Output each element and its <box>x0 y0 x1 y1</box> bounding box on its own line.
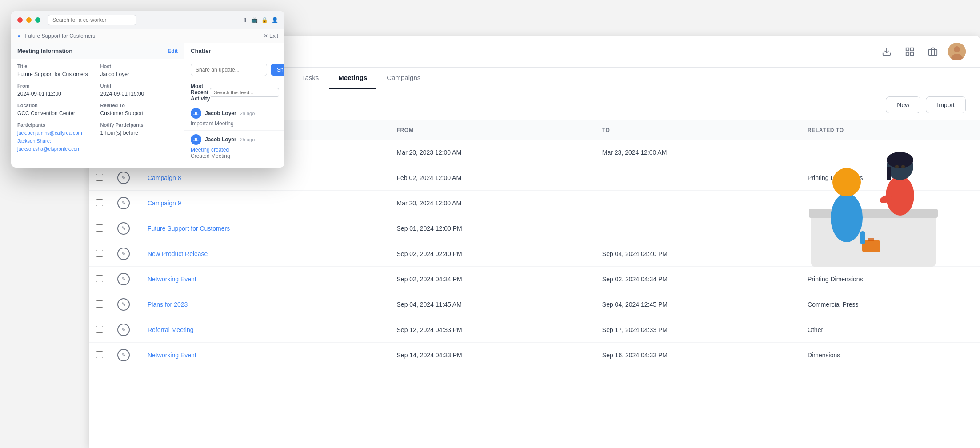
meeting-title-2[interactable]: Campaign 9 <box>148 200 181 207</box>
import-button[interactable]: Import <box>926 96 966 113</box>
avatar[interactable] <box>948 43 966 60</box>
info-grid: Title Future Support for Customers Host … <box>11 59 184 157</box>
meeting-related-5: Printing Dimensions <box>800 267 980 292</box>
meeting-from-7: Sep 12, 2024 04:33 PM <box>390 317 595 343</box>
meeting-title-5[interactable]: Networking Event <box>148 276 196 283</box>
lock-icon[interactable]: 🔒 <box>261 17 268 23</box>
row-checkbox-8[interactable] <box>96 351 103 358</box>
table-row: ✎ Networking Event Sep 02, 2024 04:34 PM… <box>89 267 980 292</box>
tab-tasks[interactable]: Tasks <box>293 68 328 89</box>
titlebar-search-input[interactable] <box>48 15 136 25</box>
grid-icon[interactable] <box>902 44 918 60</box>
modal-window: ⬆ 📺 🔒 👤 ● Future Support for Customers ✕… <box>11 11 284 168</box>
meeting-from-4: Sep 02, 2024 02:40 PM <box>390 241 595 267</box>
svg-rect-4 <box>911 52 913 55</box>
building-icon[interactable] <box>925 44 941 60</box>
row-checkbox-5[interactable] <box>96 275 103 282</box>
meeting-icon-4: ✎ <box>117 248 130 260</box>
chatter-input[interactable] <box>191 64 267 76</box>
row-checkbox-3[interactable] <box>96 224 103 232</box>
field-location: Location GCC Convention Center <box>17 103 95 117</box>
meeting-from-5: Sep 02, 2024 04:34 PM <box>390 267 595 292</box>
table-row: ✎ Campaign 8 Feb 02, 2024 12:00 AM Print… <box>89 165 980 191</box>
col-to: TO <box>595 120 800 140</box>
header-icons <box>879 43 966 60</box>
meeting-to-2 <box>595 191 800 216</box>
activity-avatar-1: JL <box>191 108 201 119</box>
meeting-title-8[interactable]: Networking Event <box>148 352 196 359</box>
screen-icon[interactable]: 📺 <box>251 17 258 23</box>
meeting-title-1[interactable]: Campaign 8 <box>148 174 181 181</box>
meeting-from-1: Feb 02, 2024 12:00 AM <box>390 165 595 191</box>
table-row: ✎ Plans for 2023 Sep 04, 2024 11:45 AM S… <box>89 292 980 317</box>
field-from: From 2024-09-01T12:00 <box>17 83 95 97</box>
svg-point-7 <box>954 46 960 52</box>
table-row: ✎ Future Support for Customers Sep 01, 2… <box>89 216 980 241</box>
meeting-info-header: Meeting Information Edit <box>11 43 184 59</box>
tab-meetings[interactable]: Meetings <box>329 68 376 89</box>
meeting-related-7: Other <box>800 317 980 343</box>
svg-rect-1 <box>906 48 909 50</box>
user-icon[interactable]: 👤 <box>272 17 278 23</box>
modal-titlebar: ⬆ 📺 🔒 👤 <box>11 11 284 29</box>
meeting-from-0: Mar 20, 2023 12:00 AM <box>390 140 595 165</box>
titlebar-actions: ⬆ 📺 🔒 👤 <box>243 17 278 23</box>
meeting-title-3[interactable]: Future Support for Customers <box>148 225 230 232</box>
table-row: ✎ New Product Release Sep 02, 2024 02:40… <box>89 241 980 267</box>
chatter-input-row: Share <box>184 59 284 80</box>
meeting-related-1: Printing Dimensions <box>800 165 980 191</box>
meeting-from-8: Sep 14, 2024 04:33 PM <box>390 343 595 368</box>
activity-user-2: Jacob Loyer <box>205 136 236 143</box>
row-checkbox-4[interactable] <box>96 250 103 257</box>
row-checkbox-7[interactable] <box>96 326 103 333</box>
breadcrumb-title: ● Future Support for Customers <box>17 33 95 39</box>
meeting-related-6: Commercial Press <box>800 292 980 317</box>
activity-item-2: JL Jacob Loyer 2h ago Meeting created Cr… <box>184 131 284 163</box>
field-title: Title Future Support for Customers <box>17 64 95 78</box>
col-from: FROM <box>390 120 595 140</box>
activity-time-1: 2h ago <box>240 111 255 116</box>
activity-text-1: Important Meeting <box>191 120 278 127</box>
svg-rect-2 <box>911 48 913 50</box>
meeting-to-6: Sep 04, 2024 12:45 PM <box>595 292 800 317</box>
meeting-related-3 <box>800 216 980 241</box>
meeting-info-panel: Meeting Information Edit Title Future Su… <box>11 43 184 168</box>
svg-rect-3 <box>906 52 909 55</box>
download-icon[interactable] <box>879 44 895 60</box>
activity-header: Most Recent Activity <box>184 80 284 104</box>
activity-link-2[interactable]: Meeting created <box>191 147 278 153</box>
activity-avatar-2: JL <box>191 134 201 145</box>
meeting-title-6[interactable]: Plans for 2023 <box>148 301 188 308</box>
exit-button[interactable]: ✕ Exit <box>264 33 278 39</box>
close-dot[interactable] <box>17 17 23 23</box>
meeting-to-8: Sep 16, 2024 04:33 PM <box>595 343 800 368</box>
meeting-from-3: Sep 01, 2024 12:00 PM <box>390 216 595 241</box>
new-button[interactable]: New <box>886 96 920 113</box>
activity-text-2: Created Meeting <box>191 153 278 159</box>
row-checkbox-2[interactable] <box>96 199 103 206</box>
activity-item-1: JL Jacob Loyer 2h ago Important Meeting <box>184 104 284 131</box>
meeting-to-1 <box>595 165 800 191</box>
row-checkbox-1[interactable] <box>96 174 103 181</box>
field-until: Until 2024-09-01T15:00 <box>100 83 178 97</box>
minimize-dot[interactable] <box>26 17 32 23</box>
meeting-icon-8: ✎ <box>117 349 130 361</box>
meeting-title-4[interactable]: New Product Release <box>148 250 208 257</box>
activity-search[interactable] <box>210 88 279 97</box>
svg-rect-5 <box>929 49 937 55</box>
upload-icon[interactable]: ⬆ <box>243 17 248 23</box>
tab-campaigns[interactable]: Campaigns <box>378 68 429 89</box>
maximize-dot[interactable] <box>35 17 40 23</box>
edit-button[interactable]: Edit <box>168 48 178 54</box>
field-related: Related To Customer Support <box>100 103 178 117</box>
meeting-icon-7: ✎ <box>117 324 130 336</box>
meeting-icon-1: ✎ <box>117 172 130 184</box>
table-row: ✎ Referral Meeting Sep 12, 2024 04:33 PM… <box>89 317 980 343</box>
meeting-related-2 <box>800 191 980 216</box>
share-button[interactable]: Share <box>271 64 284 76</box>
meeting-icon-6: ✎ <box>117 298 130 311</box>
meeting-title-7[interactable]: Referral Meeting <box>148 326 194 333</box>
row-checkbox-6[interactable] <box>96 300 103 308</box>
meeting-from-2: Mar 20, 2024 12:00 AM <box>390 191 595 216</box>
table-row: ✎ Campaign 9 Mar 20, 2024 12:00 AM <box>89 191 980 216</box>
